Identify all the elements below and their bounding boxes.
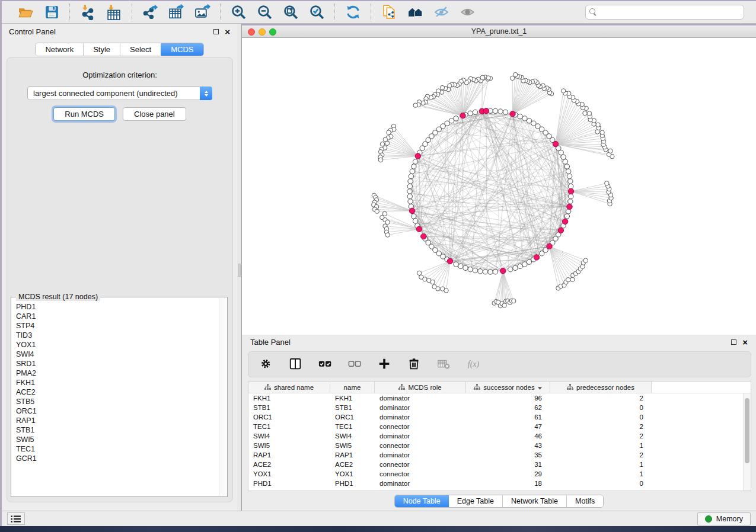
cell-successor_nodes[interactable]: 61: [466, 414, 550, 421]
cell-mcds_role[interactable]: dominator: [375, 404, 466, 411]
tab-edge-table[interactable]: Edge Table: [449, 495, 503, 507]
cell-predecessor_nodes[interactable]: 0: [550, 414, 652, 421]
export-network-icon[interactable]: [141, 4, 160, 21]
cell-mcds_role[interactable]: connector: [375, 470, 466, 477]
table-row[interactable]: TEC1TEC1connector472: [248, 422, 743, 431]
table-row[interactable]: STB1STB1dominator620: [248, 403, 743, 412]
close-icon[interactable]: ×: [742, 338, 748, 347]
deselect-all-icon[interactable]: [347, 356, 363, 373]
cell-shared_name[interactable]: YOX1: [248, 470, 330, 477]
float-icon[interactable]: [731, 339, 736, 345]
cell-predecessor_nodes[interactable]: 2: [550, 423, 652, 430]
network-canvas[interactable]: [242, 38, 756, 335]
mcds-result-item[interactable]: GCR1: [16, 454, 218, 463]
cell-name[interactable]: ACE2: [330, 461, 375, 468]
optimization-criterion-select[interactable]: largest connected component (undirected): [27, 86, 212, 100]
cell-shared_name[interactable]: ACE2: [248, 461, 330, 468]
table-row[interactable]: ACE2ACE2connector311: [248, 460, 743, 469]
tab-network[interactable]: Network: [36, 43, 84, 56]
mcds-result-item[interactable]: STP4: [16, 321, 218, 331]
memory-button[interactable]: Memory: [697, 512, 751, 525]
cell-name[interactable]: PHD1: [330, 480, 375, 487]
column-header-successor_nodes[interactable]: successor nodes: [466, 382, 550, 393]
cell-name[interactable]: RAP1: [330, 451, 375, 459]
cell-successor_nodes[interactable]: 18: [466, 480, 550, 487]
table-row[interactable]: YOX1YOX1connector291: [248, 469, 743, 479]
mcds-result-scrollbar[interactable]: [219, 298, 227, 496]
mcds-result-item[interactable]: FKH1: [16, 378, 218, 387]
cell-name[interactable]: YOX1: [330, 470, 375, 477]
run-mcds-button[interactable]: Run MCDS: [53, 107, 115, 121]
cell-mcds_role[interactable]: dominator: [375, 480, 466, 487]
tab-mcds[interactable]: MCDS: [161, 43, 203, 56]
cell-shared_name[interactable]: TEC1: [248, 423, 330, 430]
mcds-result-item[interactable]: TEC1: [16, 444, 218, 454]
cell-predecessor_nodes[interactable]: 2: [550, 451, 652, 459]
trash-icon[interactable]: [406, 356, 423, 373]
column-header-predecessor_nodes[interactable]: predecessor nodes: [550, 382, 652, 393]
cell-mcds_role[interactable]: dominator: [375, 451, 466, 459]
mcds-result-item[interactable]: TID3: [16, 331, 218, 340]
table-row[interactable]: ORC1ORC1dominator610: [248, 412, 743, 422]
float-icon[interactable]: [213, 29, 219, 34]
table-row[interactable]: RAP1RAP1dominator352: [248, 450, 743, 460]
mcds-result-item[interactable]: CAR1: [16, 312, 218, 321]
hide-selected-icon[interactable]: [432, 4, 451, 21]
import-network-icon[interactable]: [78, 4, 97, 21]
tab-node-table[interactable]: Node Table: [394, 495, 449, 508]
import-table-icon[interactable]: [104, 4, 123, 21]
mcds-result-item[interactable]: PMA2: [16, 368, 218, 378]
splitter-grip[interactable]: [238, 264, 241, 277]
cell-mcds_role[interactable]: dominator: [375, 432, 466, 440]
cell-successor_nodes[interactable]: 46: [466, 432, 550, 440]
export-table-icon[interactable]: [167, 4, 186, 21]
table-scrollbar-thumb[interactable]: [745, 398, 749, 463]
cell-successor_nodes[interactable]: 35: [466, 451, 550, 459]
cell-shared_name[interactable]: ORC1: [248, 414, 330, 421]
close-panel-button[interactable]: Close panel: [123, 107, 186, 121]
cell-predecessor_nodes[interactable]: 0: [550, 404, 652, 411]
cell-shared_name[interactable]: SWI4: [248, 432, 330, 440]
cell-mcds_role[interactable]: connector: [375, 442, 466, 449]
cell-successor_nodes[interactable]: 43: [466, 442, 550, 449]
tab-style[interactable]: Style: [84, 43, 120, 56]
cell-predecessor_nodes[interactable]: 1: [550, 461, 652, 468]
save-session-icon[interactable]: [42, 4, 61, 21]
refresh-view-icon[interactable]: [343, 4, 362, 21]
cell-name[interactable]: SWI4: [330, 432, 375, 440]
cell-successor_nodes[interactable]: 29: [466, 470, 550, 477]
gear-icon[interactable]: [258, 356, 275, 373]
close-icon[interactable]: ×: [225, 27, 230, 36]
table-row[interactable]: PHD1PHD1dominator180: [248, 479, 743, 488]
cell-predecessor_nodes[interactable]: 0: [550, 480, 652, 487]
cell-successor_nodes[interactable]: 96: [466, 395, 550, 402]
mcds-result-list[interactable]: PHD1CAR1STP4TID3YOX1SWI4SRD1PMA2FKH1ACE2…: [12, 302, 218, 495]
mcds-result-item[interactable]: RAP1: [16, 416, 218, 425]
first-neighbors-icon[interactable]: [406, 4, 425, 21]
cell-shared_name[interactable]: STB1: [248, 404, 330, 411]
mcds-result-item[interactable]: ACE2: [16, 387, 218, 397]
mcds-result-item[interactable]: ORC1: [16, 406, 218, 416]
column-header-name[interactable]: name: [330, 382, 375, 393]
mcds-result-item[interactable]: STB5: [16, 397, 218, 406]
cell-name[interactable]: STB1: [330, 404, 375, 411]
zoom-selected-icon[interactable]: [307, 4, 326, 21]
search-input[interactable]: [585, 5, 744, 20]
cell-predecessor_nodes[interactable]: 1: [550, 470, 652, 477]
zoom-in-icon[interactable]: [229, 4, 248, 21]
zoom-fit-icon[interactable]: [281, 4, 300, 21]
cell-shared_name[interactable]: PHD1: [248, 480, 330, 487]
table-row[interactable]: SWI4SWI4dominator462: [248, 431, 743, 441]
export-image-icon[interactable]: [193, 4, 212, 21]
panel-splitter[interactable]: [237, 24, 242, 511]
tab-motifs[interactable]: Motifs: [567, 495, 603, 507]
cell-successor_nodes[interactable]: 31: [466, 461, 550, 468]
open-file-icon[interactable]: [16, 4, 35, 21]
cell-predecessor_nodes[interactable]: 1: [550, 442, 652, 449]
cell-mcds_role[interactable]: connector: [375, 423, 466, 430]
cell-name[interactable]: SWI5: [330, 442, 375, 449]
cell-shared_name[interactable]: FKH1: [248, 395, 330, 402]
mcds-result-item[interactable]: STB1: [16, 425, 218, 435]
column-header-mcds_role[interactable]: MCDS role: [375, 382, 466, 393]
mcds-result-item[interactable]: YOX1: [16, 340, 218, 350]
